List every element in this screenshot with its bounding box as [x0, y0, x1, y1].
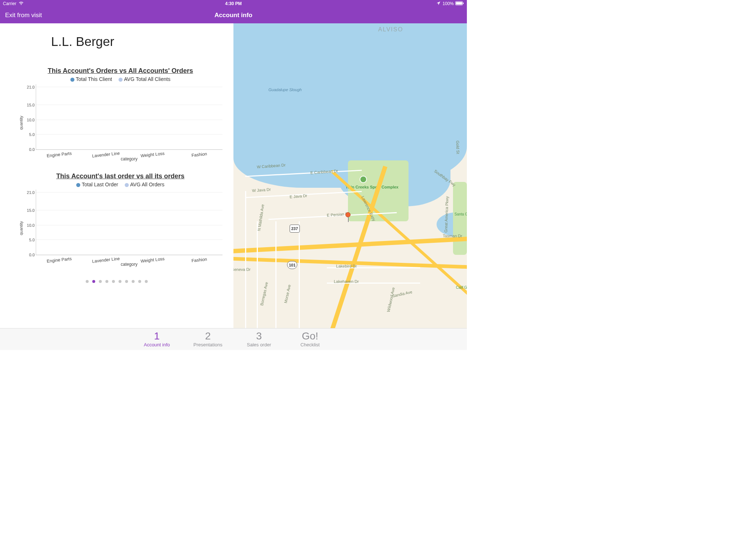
chart-legend: Total This Client AVG Total All Clients	[18, 76, 222, 82]
page-dot[interactable]	[138, 280, 141, 283]
route-shield-237: 237	[290, 225, 300, 233]
legend-dot-2	[125, 183, 129, 187]
y-axis-label: quantity	[18, 84, 24, 162]
clock: 4:30 PM	[225, 1, 241, 6]
y-tick: 10.0	[24, 223, 35, 228]
legend-dot-2	[119, 78, 123, 82]
wifi-icon	[19, 1, 24, 7]
tab-presentations[interactable]: 2Presentations	[182, 331, 233, 347]
page-dot[interactable]	[105, 280, 108, 283]
y-tick: 5.0	[24, 238, 35, 242]
account-name: L.L. Berger	[51, 34, 233, 49]
y-axis-label: quantity	[18, 190, 24, 267]
tab-bar: 1Account info2Presentations3Sales orderG…	[0, 328, 467, 350]
y-tick: 21.0	[24, 190, 35, 195]
y-tick: 0.0	[24, 253, 35, 257]
tab-sales-order[interactable]: 3Sales order	[233, 331, 285, 347]
page-title: Account info	[214, 12, 252, 19]
tree-icon	[360, 176, 367, 183]
page-dot[interactable]	[86, 280, 89, 283]
svg-rect-1	[456, 2, 462, 4]
page-dot[interactable]	[145, 280, 148, 283]
y-tick: 5.0	[24, 132, 35, 137]
tab-checklist[interactable]: Go!Checklist	[285, 331, 336, 347]
carrier-label: Carrier	[3, 1, 16, 6]
y-tick: 15.0	[24, 208, 35, 213]
battery-percent: 100%	[442, 1, 454, 6]
page-dot[interactable]	[125, 280, 128, 283]
page-indicator[interactable]	[0, 278, 233, 284]
tab-account-info[interactable]: 1Account info	[131, 331, 182, 347]
chart-title: This Account's Orders vs All Accounts' O…	[18, 67, 222, 75]
exit-visit-button[interactable]: Exit from visit	[5, 12, 42, 19]
route-shield-101: 101	[287, 261, 297, 269]
water-label: Guadalupe Slough	[268, 88, 302, 92]
map[interactable]: Twin Creeks Sport Complex ALVISO Guadalu…	[233, 23, 467, 328]
y-tick: 15.0	[24, 103, 35, 107]
page-dot[interactable]	[132, 280, 135, 283]
nav-bar: Exit from visit Account info	[0, 7, 467, 23]
page-dot[interactable]	[92, 280, 95, 283]
page-dot[interactable]	[119, 280, 121, 283]
city-label: ALVISO	[378, 26, 403, 33]
chart-orders-vs-all: This Account's Orders vs All Accounts' O…	[18, 67, 222, 162]
map-pane[interactable]: Twin Creeks Sport Complex ALVISO Guadalu…	[233, 23, 467, 328]
legend-dot-1	[70, 78, 74, 82]
chart-legend: Total Last Order AVG All Orders	[18, 182, 222, 187]
location-icon	[436, 1, 441, 7]
svg-rect-2	[463, 3, 464, 4]
page-dot[interactable]	[112, 280, 115, 283]
y-tick: 0.0	[24, 147, 35, 152]
chart-last-vs-all-orders: This Account's last order vs all its ord…	[18, 172, 222, 267]
y-tick: 21.0	[24, 85, 35, 89]
page-dot[interactable]	[99, 280, 102, 283]
charts-pane[interactable]: L.L. Berger This Account's Orders vs All…	[0, 23, 233, 328]
chart-title: This Account's last order vs all its ord…	[18, 172, 222, 180]
status-bar: Carrier 4:30 PM 100%	[0, 0, 467, 7]
y-tick: 10.0	[24, 118, 35, 122]
battery-icon	[455, 1, 464, 7]
legend-dot-1	[76, 183, 80, 187]
